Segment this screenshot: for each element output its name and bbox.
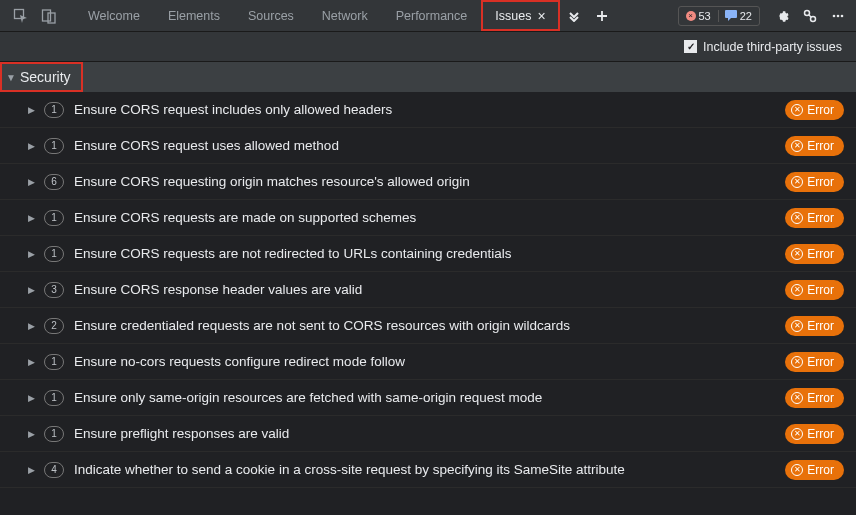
- issue-text: Ensure preflight responses are valid: [74, 426, 775, 441]
- error-label: Error: [807, 283, 834, 297]
- issue-row[interactable]: ▶2Ensure credentialed requests are not s…: [0, 308, 856, 344]
- tab-label: Elements: [168, 9, 220, 23]
- error-label: Error: [807, 175, 834, 189]
- tab-elements[interactable]: Elements: [154, 0, 234, 31]
- issue-text: Ensure credentialed requests are not sen…: [74, 318, 775, 333]
- issue-count-pill: 1: [44, 210, 64, 226]
- tab-label: Sources: [248, 9, 294, 23]
- issue-row[interactable]: ▶6Ensure CORS requesting origin matches …: [0, 164, 856, 200]
- info-count-value: 22: [740, 10, 752, 22]
- issue-row[interactable]: ▶1Ensure CORS requests are not redirecte…: [0, 236, 856, 272]
- issue-count-pill: 1: [44, 426, 64, 442]
- issue-row[interactable]: ▶1Ensure CORS request uses allowed metho…: [0, 128, 856, 164]
- more-tabs-button[interactable]: [560, 0, 588, 31]
- tab-label: Network: [322, 9, 368, 23]
- error-x-icon: ✕: [791, 428, 803, 440]
- chevron-down-icon: ▼: [2, 72, 20, 83]
- error-badge: ✕Error: [785, 100, 844, 120]
- devtools-toolbar: Welcome Elements Sources Network Perform…: [0, 0, 856, 32]
- issue-text: Ensure CORS request includes only allowe…: [74, 102, 775, 117]
- issue-text: Ensure CORS requests are made on support…: [74, 210, 775, 225]
- svg-point-8: [841, 14, 844, 17]
- error-x-icon: ✕: [791, 392, 803, 404]
- issue-count-pill: 1: [44, 390, 64, 406]
- issue-row[interactable]: ▶1Ensure CORS requests are made on suppo…: [0, 200, 856, 236]
- issue-text: Ensure CORS requests are not redirected …: [74, 246, 775, 261]
- tab-label: Welcome: [88, 9, 140, 23]
- error-badge: ✕Error: [785, 424, 844, 444]
- settings-button[interactable]: [768, 0, 796, 31]
- issue-row[interactable]: ▶1Ensure only same-origin resources are …: [0, 380, 856, 416]
- issue-count-pill: 1: [44, 246, 64, 262]
- error-badge: ✕Error: [785, 352, 844, 372]
- error-x-icon: ✕: [791, 140, 803, 152]
- chevron-right-icon: ▶: [24, 105, 38, 115]
- error-label: Error: [807, 319, 834, 333]
- chevron-right-icon: ▶: [24, 213, 38, 223]
- include-third-party-checkbox[interactable]: ✓ Include third-party issues: [684, 40, 842, 54]
- svg-rect-1: [43, 10, 51, 21]
- chevron-right-icon: ▶: [24, 141, 38, 151]
- error-label: Error: [807, 355, 834, 369]
- device-toggle-icon[interactable]: [36, 3, 62, 29]
- svg-point-7: [837, 14, 840, 17]
- checkbox-icon: ✓: [684, 40, 697, 53]
- issue-count-pill: 3: [44, 282, 64, 298]
- svg-point-5: [811, 16, 816, 21]
- error-badge: ✕Error: [785, 460, 844, 480]
- issue-text: Ensure no-cors requests configure redire…: [74, 354, 775, 369]
- error-label: Error: [807, 427, 834, 441]
- error-badge: ✕Error: [785, 316, 844, 336]
- tab-welcome[interactable]: Welcome: [74, 0, 154, 31]
- error-badge: ✕Error: [785, 136, 844, 156]
- svg-point-4: [805, 10, 810, 15]
- error-x-icon: ✕: [791, 248, 803, 260]
- issue-row[interactable]: ▶1Ensure CORS request includes only allo…: [0, 92, 856, 128]
- error-badge: ✕Error: [785, 388, 844, 408]
- issue-list: ▶1Ensure CORS request includes only allo…: [0, 92, 856, 488]
- tab-issues[interactable]: Issues ×: [481, 0, 559, 31]
- tab-performance[interactable]: Performance: [382, 0, 482, 31]
- error-count: × 53: [683, 10, 714, 22]
- add-tab-button[interactable]: [588, 0, 616, 31]
- error-count-value: 53: [699, 10, 711, 22]
- issue-row[interactable]: ▶1Ensure preflight responses are valid✕E…: [0, 416, 856, 452]
- issue-text: Ensure CORS request uses allowed method: [74, 138, 775, 153]
- issue-text: Ensure CORS requesting origin matches re…: [74, 174, 775, 189]
- issue-row[interactable]: ▶4Indicate whether to send a cookie in a…: [0, 452, 856, 488]
- error-dot-icon: ×: [686, 11, 696, 21]
- error-x-icon: ✕: [791, 176, 803, 188]
- chevron-right-icon: ▶: [24, 321, 38, 331]
- more-menu-button[interactable]: [824, 0, 852, 31]
- issue-row[interactable]: ▶3Ensure CORS response header values are…: [0, 272, 856, 308]
- issue-count-pill: 1: [44, 102, 64, 118]
- error-label: Error: [807, 103, 834, 117]
- info-count: 22: [718, 10, 755, 22]
- chevron-right-icon: ▶: [24, 393, 38, 403]
- error-label: Error: [807, 391, 834, 405]
- error-x-icon: ✕: [791, 464, 803, 476]
- error-x-icon: ✕: [791, 356, 803, 368]
- tab-label: Performance: [396, 9, 468, 23]
- section-security[interactable]: ▼ Security: [0, 62, 83, 92]
- issue-count-pill: 1: [44, 138, 64, 154]
- activity-icon[interactable]: [796, 0, 824, 31]
- inspect-icon[interactable]: [8, 3, 34, 29]
- checkbox-label: Include third-party issues: [703, 40, 842, 54]
- tab-network[interactable]: Network: [308, 0, 382, 31]
- tab-bar: Welcome Elements Sources Network Perform…: [74, 0, 560, 31]
- error-label: Error: [807, 463, 834, 477]
- chevron-right-icon: ▶: [24, 285, 38, 295]
- error-label: Error: [807, 211, 834, 225]
- error-label: Error: [807, 247, 834, 261]
- issue-text: Indicate whether to send a cookie in a c…: [74, 462, 775, 477]
- close-icon[interactable]: ×: [537, 8, 545, 24]
- tab-sources[interactable]: Sources: [234, 0, 308, 31]
- error-badge: ✕Error: [785, 244, 844, 264]
- error-x-icon: ✕: [791, 320, 803, 332]
- error-badge: ✕Error: [785, 172, 844, 192]
- error-x-icon: ✕: [791, 284, 803, 296]
- issue-counts[interactable]: × 53 22: [678, 6, 761, 26]
- issue-count-pill: 2: [44, 318, 64, 334]
- issue-row[interactable]: ▶1Ensure no-cors requests configure redi…: [0, 344, 856, 380]
